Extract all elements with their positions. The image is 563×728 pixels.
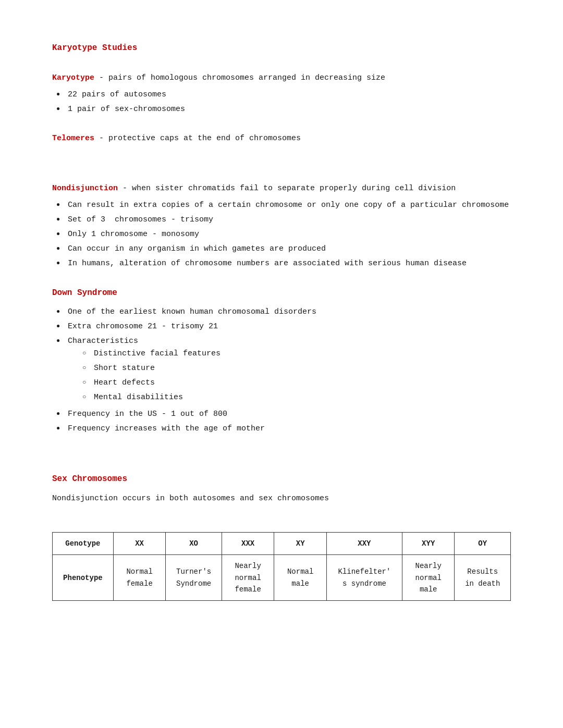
list-item: Characteristics Distinctive facial featu… [68,335,511,404]
table-col-xxx: XXX [222,532,274,554]
page-title-section: Karyotype Studies [52,42,511,55]
table-cell-xx-phenotype: Normalfemale [113,555,166,601]
down-syndrome-list: One of the earliest known human chromoso… [52,306,511,435]
table-col-xxy: XXY [326,532,402,554]
sex-chromosomes-section: Sex Chromosomes Nondisjunction occurs in… [52,473,511,601]
karyotype-list: 22 pairs of autosomes 1 pair of sex-chro… [52,89,511,116]
table-phenotype-row: Phenotype Normalfemale Turner'sSyndrome … [53,555,511,601]
list-item: Only 1 chromosome - monosomy [68,228,511,241]
karyotype-definition: Karyotype - pairs of homologous chromoso… [52,72,511,84]
table-header-row: Genotype XX XO XXX XY XXY XYY OY [53,532,511,554]
table-cell-xo-phenotype: Turner'sSyndrome [166,555,222,601]
nondisjunction-dash: - [118,184,132,193]
table-genotype-header: Genotype [53,532,114,554]
spacer [52,509,511,522]
page-title: Karyotype Studies [52,42,511,55]
spacer [52,162,511,182]
table-phenotype-header: Phenotype [53,555,114,601]
list-item: In humans, alteration of chromosome numb… [68,257,511,270]
table-col-xx: XX [113,532,166,554]
nondisjunction-term: Nondisjunction [52,184,118,193]
nondisjunction-section: Nondisjunction - when sister chromatids … [52,182,511,270]
genotype-table: Genotype XX XO XXX XY XXY XYY OY Phenoty… [52,532,511,601]
list-item: 1 pair of sex-chromosomes [68,103,511,116]
down-syndrome-title: Down Syndrome [52,287,511,300]
list-item: 22 pairs of autosomes [68,89,511,101]
sex-chromosomes-title: Sex Chromosomes [52,473,511,486]
table-col-xyy: XYY [402,532,455,554]
spacer [52,452,511,473]
table-col-oy: OY [455,532,511,554]
characteristics-sublist: Distinctive facial features Short statur… [68,348,511,404]
karyotype-def: pairs of homologous chromosomes arranged… [108,73,385,82]
list-item: Frequency increases with the age of moth… [68,423,511,435]
list-item: Heart defects [94,377,511,389]
telomeres-def: protective caps at the end of chromosome… [108,134,301,143]
telomeres-section: Telomeres - protective caps at the end o… [52,132,511,145]
list-item: Extra chromosome 21 - trisomy 21 [68,320,511,333]
karyotype-section: Karyotype - pairs of homologous chromoso… [52,72,511,116]
table-cell-xyy-phenotype: Nearlynormalmale [402,555,455,601]
nondisjunction-list: Can result in extra copies of a certain … [52,199,511,270]
list-item: Can result in extra copies of a certain … [68,199,511,212]
sex-chromosomes-intro: Nondisjunction occurs in both autosomes … [52,492,511,505]
list-item: Frequency in the US - 1 out of 800 [68,408,511,421]
karyotype-term: Karyotype [52,73,94,82]
nondisjunction-definition: Nondisjunction - when sister chromatids … [52,182,511,195]
table-col-xy: XY [274,532,327,554]
telomeres-dash: - [94,134,108,143]
list-item: Short stature [94,362,511,375]
table-col-xo: XO [166,532,222,554]
telomeres-term: Telomeres [52,134,94,143]
list-item: Can occur in any organism in which gamet… [68,243,511,255]
down-syndrome-section: Down Syndrome One of the earliest known … [52,287,511,436]
list-item: Set of 3 chromosomes - trisomy [68,214,511,226]
telomeres-definition: Telomeres - protective caps at the end o… [52,132,511,145]
table-cell-oy-phenotype: Resultsin death [455,555,511,601]
list-item: One of the earliest known human chromoso… [68,306,511,318]
table-cell-xxy-phenotype: Klinefelter's syndrome [326,555,402,601]
nondisjunction-def: when sister chromatids fail to separate … [132,184,456,193]
table-cell-xxx-phenotype: Nearlynormalfemale [222,555,274,601]
list-item: Distinctive facial features [94,348,511,360]
karyotype-dash: - [94,73,108,82]
table-cell-xy-phenotype: Normalmale [274,555,327,601]
list-item: Mental disabilities [94,391,511,404]
